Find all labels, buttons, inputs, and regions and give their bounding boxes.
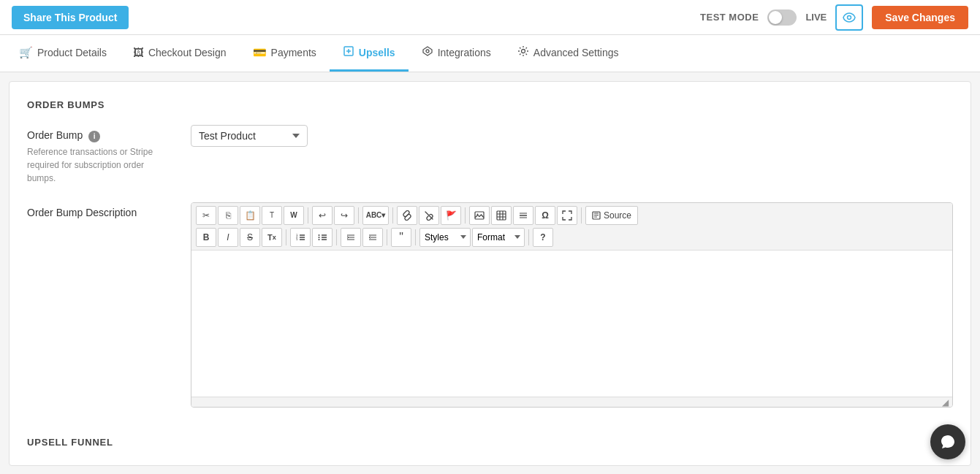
maximize-button[interactable] bbox=[557, 206, 577, 225]
order-bump-label: Order Bump i bbox=[27, 125, 173, 142]
paste-word-button[interactable]: W bbox=[284, 206, 304, 225]
unordered-list-button[interactable] bbox=[312, 228, 333, 247]
chat-bubble[interactable] bbox=[930, 424, 965, 459]
hr-button[interactable] bbox=[513, 206, 533, 225]
upsell-funnel-title: UPSELL FUNNEL bbox=[27, 425, 953, 448]
svg-point-3 bbox=[426, 50, 429, 53]
editor-container: ✂ ⎘ 📋 T W ↩ ↪ ABC▾ bbox=[191, 202, 953, 408]
gear-icon bbox=[517, 45, 529, 59]
main-content: ORDER BUMPS Order Bump i Reference trans… bbox=[9, 81, 971, 466]
tab-integrations[interactable]: Integrations bbox=[409, 35, 504, 72]
order-bump-description-row: Order Bump Description ✂ ⎘ 📋 T W ↩ ↪ bbox=[27, 202, 953, 408]
spellcheck-button[interactable]: ABC▾ bbox=[362, 206, 389, 225]
copy-button[interactable]: ⎘ bbox=[218, 206, 238, 225]
test-mode-label: TEST MODE bbox=[700, 12, 759, 23]
order-bump-field: Test Product bbox=[191, 125, 953, 147]
link-button[interactable] bbox=[397, 206, 417, 225]
separator-10 bbox=[528, 229, 529, 245]
help-button[interactable]: ? bbox=[533, 228, 553, 247]
svg-point-4 bbox=[521, 50, 525, 53]
tab-upsells[interactable]: Upsells bbox=[330, 35, 409, 72]
test-mode-toggle[interactable] bbox=[767, 9, 797, 26]
order-bump-row: Order Bump i Reference transactions or S… bbox=[27, 125, 953, 185]
special-char-button[interactable]: Ω bbox=[535, 206, 555, 225]
editor-wrap: ✂ ⎘ 📋 T W ↩ ↪ ABC▾ bbox=[191, 202, 953, 408]
toolbar-row-2: B I S Tx 1.2.3. bbox=[196, 228, 948, 247]
redo-button[interactable]: ↪ bbox=[334, 206, 354, 225]
toolbar-row-1: ✂ ⎘ 📋 T W ↩ ↪ ABC▾ bbox=[196, 206, 948, 225]
format-select[interactable]: Format bbox=[472, 228, 525, 247]
toggle-knob bbox=[769, 11, 782, 24]
share-button[interactable]: Share This Product bbox=[12, 6, 129, 29]
svg-rect-6 bbox=[475, 212, 484, 219]
cart-icon: 🛒 bbox=[19, 46, 33, 59]
separator-5 bbox=[581, 207, 582, 223]
strikethrough-button[interactable]: S bbox=[240, 228, 260, 247]
integrations-icon bbox=[422, 45, 433, 59]
top-bar: Share This Product TEST MODE LIVE Save C… bbox=[0, 0, 980, 35]
tab-advanced-settings[interactable]: Advanced Settings bbox=[504, 35, 632, 72]
upsells-icon bbox=[343, 45, 354, 59]
source-button[interactable]: Source bbox=[585, 206, 638, 225]
separator-2 bbox=[358, 207, 359, 223]
svg-marker-2 bbox=[423, 47, 432, 56]
separator-7 bbox=[336, 229, 337, 245]
svg-point-30 bbox=[319, 237, 320, 238]
tab-bar: 🛒 Product Details 🖼 Checkout Design 💳 Pa… bbox=[0, 35, 980, 72]
card-icon: 💳 bbox=[253, 46, 267, 59]
blockquote-button[interactable]: " bbox=[391, 228, 411, 247]
table-button[interactable] bbox=[491, 206, 512, 225]
separator-9 bbox=[415, 229, 416, 245]
svg-point-31 bbox=[319, 239, 320, 240]
separator-6 bbox=[286, 229, 286, 245]
separator-1 bbox=[308, 207, 308, 223]
image-icon: 🖼 bbox=[133, 46, 144, 58]
order-bump-description-label: Order Bump Description bbox=[27, 202, 173, 218]
tab-checkout-design[interactable]: 🖼 Checkout Design bbox=[120, 35, 240, 72]
tab-payments[interactable]: 💳 Payments bbox=[240, 35, 330, 72]
separator-8 bbox=[387, 229, 387, 245]
test-mode-toggle-wrap bbox=[767, 9, 797, 26]
styles-select[interactable]: Styles bbox=[419, 228, 471, 247]
indent-button[interactable] bbox=[362, 228, 383, 247]
editor-toolbar: ✂ ⎘ 📋 T W ↩ ↪ ABC▾ bbox=[191, 203, 952, 251]
preview-button[interactable] bbox=[835, 4, 863, 31]
top-right-controls: TEST MODE LIVE Save Changes bbox=[700, 4, 968, 31]
order-bump-help: Reference transactions or Stripe require… bbox=[27, 145, 173, 185]
cut-button[interactable]: ✂ bbox=[196, 206, 216, 225]
ordered-list-button[interactable]: 1.2.3. bbox=[290, 228, 311, 247]
separator-3 bbox=[392, 207, 393, 223]
unlink-button[interactable] bbox=[419, 206, 439, 225]
resize-handle: ◢ bbox=[942, 398, 949, 405]
italic-button[interactable]: I bbox=[218, 228, 238, 247]
outdent-button[interactable] bbox=[341, 228, 361, 247]
paste-button[interactable]: 📋 bbox=[240, 206, 260, 225]
bold-button[interactable]: B bbox=[196, 228, 216, 247]
live-label: LIVE bbox=[805, 12, 827, 23]
anchor-button[interactable]: 🚩 bbox=[441, 206, 461, 225]
image-button[interactable] bbox=[469, 206, 490, 225]
clear-format-button[interactable]: Tx bbox=[262, 228, 282, 247]
tab-product-details[interactable]: 🛒 Product Details bbox=[6, 35, 120, 72]
paste-plain-button[interactable]: T bbox=[262, 206, 282, 225]
editor-body[interactable] bbox=[191, 251, 952, 397]
save-changes-button[interactable]: Save Changes bbox=[872, 6, 968, 29]
editor-resize-bar: ◢ bbox=[191, 397, 952, 407]
info-icon[interactable]: i bbox=[88, 131, 100, 142]
svg-rect-8 bbox=[497, 211, 506, 220]
undo-button[interactable]: ↩ bbox=[312, 206, 333, 225]
separator-4 bbox=[465, 207, 466, 223]
order-bump-select[interactable]: Test Product bbox=[191, 125, 308, 147]
eye-icon bbox=[843, 12, 856, 23]
svg-point-0 bbox=[848, 15, 851, 19]
order-bumps-title: ORDER BUMPS bbox=[27, 99, 953, 110]
svg-text:3.: 3. bbox=[296, 237, 298, 241]
svg-point-29 bbox=[319, 234, 320, 236]
